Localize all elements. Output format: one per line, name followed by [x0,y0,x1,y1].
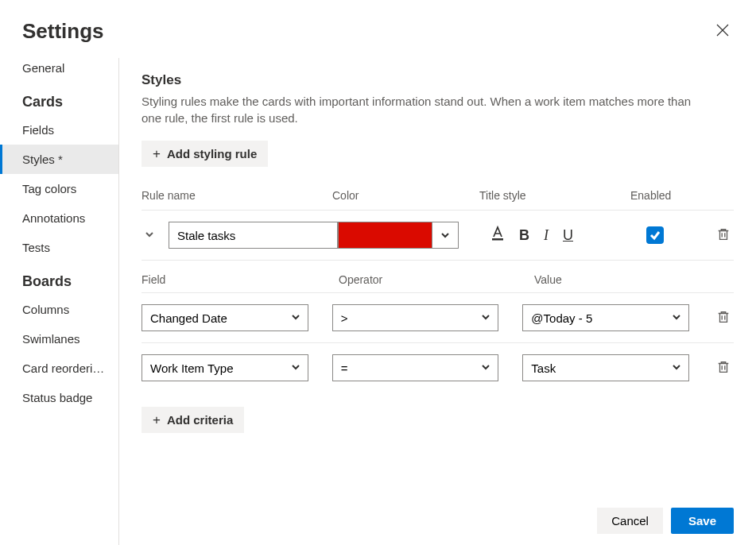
criteria-row [142,292,734,342]
trash-icon [716,310,731,324]
col-operator: Operator [339,273,534,286]
cancel-button[interactable]: Cancel [597,508,663,534]
delete-criteria-button[interactable] [713,357,734,380]
rule-column-headers: Rule name Color Title style Enabled [142,189,734,210]
sidebar-item-tag-colors[interactable]: Tag colors [0,174,118,203]
dialog-footer: Cancel Save [575,497,756,545]
add-criteria-button[interactable]: + Add criteria [142,407,244,433]
delete-criteria-button[interactable] [713,307,734,330]
rule-name-input[interactable] [169,222,338,249]
font-color-icon [490,226,505,242]
criteria-column-headers: Field Operator Value [142,273,734,292]
criteria-operator-select[interactable] [332,304,499,331]
color-dropdown-button[interactable] [432,222,459,249]
criteria-operator-select[interactable] [332,354,499,381]
sidebar-item-swimlanes[interactable]: Swimlanes [0,324,118,354]
sidebar-item-tests[interactable]: Tests [0,233,118,262]
criteria-value-select[interactable] [522,354,689,381]
expand-rule-toggle[interactable] [142,226,157,245]
sidebar-item-columns[interactable]: Columns [0,295,118,324]
trash-icon [716,227,731,242]
style-rule-row: B I U [142,210,734,261]
sidebar-heading-cards: Cards [0,83,118,115]
add-styling-rule-button[interactable]: + Add styling rule [142,141,268,167]
plus-icon: + [153,413,161,427]
settings-sidebar: General Cards Fields Styles * Tag colors… [0,58,119,545]
trash-icon [716,360,731,374]
plus-icon: + [153,147,161,160]
col-field: Field [142,273,339,286]
content-heading: Styles [142,72,734,88]
criteria-field-select[interactable] [142,354,308,381]
sidebar-item-card-reordering[interactable]: Card reorderi… [0,354,118,383]
sidebar-item-fields[interactable]: Fields [0,115,118,145]
underline-button[interactable]: U [561,226,575,245]
italic-button[interactable]: I [542,226,550,245]
font-color-button[interactable] [489,224,506,247]
dialog-title: Settings [22,19,104,44]
col-color: Color [332,189,479,202]
col-title-style: Title style [479,189,630,202]
sidebar-item-annotations[interactable]: Annotations [0,203,118,233]
content-pane: Styles Styling rules make the cards with… [119,58,756,545]
sidebar-heading-boards: Boards [0,262,118,295]
col-value: Value [534,273,734,286]
criteria-value-select[interactable] [522,304,689,331]
bold-button[interactable]: B [518,226,531,245]
add-criteria-label: Add criteria [167,413,233,427]
criteria-field-select[interactable] [142,304,308,331]
add-rule-label: Add styling rule [167,147,257,160]
check-icon [649,230,661,241]
close-button[interactable] [711,19,734,44]
title-style-group: B I U [489,224,575,247]
content-description: Styling rules make the cards with import… [142,93,714,126]
delete-rule-button[interactable] [713,224,734,247]
enabled-checkbox[interactable] [646,226,664,244]
save-button[interactable]: Save [671,508,734,534]
criteria-row [142,342,734,392]
chevron-down-icon [145,230,154,239]
sidebar-item-status-badge[interactable]: Status badge [0,383,118,412]
col-rule-name: Rule name [142,189,332,202]
svg-rect-0 [492,238,503,241]
col-enabled: Enabled [630,189,694,202]
chevron-down-icon [440,230,450,240]
close-icon [716,24,729,37]
sidebar-item-general[interactable]: General [0,61,118,83]
color-swatch[interactable] [338,222,432,249]
sidebar-item-styles[interactable]: Styles * [0,145,118,174]
